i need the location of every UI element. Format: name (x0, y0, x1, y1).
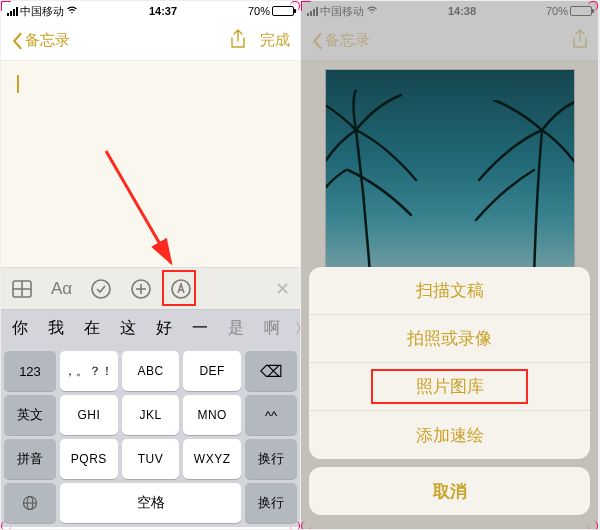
battery-percent: 70% (248, 5, 270, 17)
add-attachment-icon[interactable] (130, 278, 152, 300)
action-sheet: 扫描文稿 拍照或录像 照片图库 添加速绘 取消 (309, 267, 590, 523)
key-globe[interactable] (4, 483, 56, 523)
key-def[interactable]: DEF (183, 351, 241, 391)
key-wxyz[interactable]: WXYZ (183, 439, 241, 479)
key-123[interactable]: 123 (4, 351, 56, 391)
candidate[interactable]: 好 (151, 318, 177, 339)
key-ghi[interactable]: GHI (60, 395, 118, 435)
key-return-2[interactable]: 换行 (245, 483, 297, 523)
sheet-photo-library[interactable]: 照片图库 (309, 363, 590, 411)
format-toolbar: Aα ✕ (1, 267, 300, 309)
signal-icon (7, 7, 18, 16)
sheet-scan-documents[interactable]: 扫描文稿 (309, 267, 590, 315)
checklist-icon[interactable] (90, 278, 112, 300)
back-label: 备忘录 (25, 31, 70, 50)
candidate-bar[interactable]: 你 我 在 这 好 一 是 啊 〉 (1, 309, 300, 347)
key-return[interactable]: 换行 (245, 439, 297, 479)
close-keyboard-icon[interactable]: ✕ (275, 278, 290, 300)
wifi-icon (66, 5, 78, 17)
key-mno[interactable]: MNO (183, 395, 241, 435)
key-tuv[interactable]: TUV (122, 439, 180, 479)
done-button[interactable]: 完成 (260, 31, 290, 50)
svg-point-4 (92, 280, 110, 298)
share-button[interactable] (230, 29, 246, 52)
candidate[interactable]: 一 (187, 318, 213, 339)
key-backspace[interactable]: ⌫ (245, 351, 297, 391)
key-english[interactable]: 英文 (4, 395, 56, 435)
back-button[interactable]: 备忘录 (11, 31, 70, 50)
nav-bar: 备忘录 完成 (1, 21, 300, 61)
candidate[interactable]: 啊 (259, 318, 285, 339)
key-caret[interactable]: ^^ (245, 395, 297, 435)
clock: 14:37 (78, 5, 248, 17)
keyboard: 123 ，。？！ ABC DEF ⌫ 英文 GHI JKL MNO ^^ 拼音 … (1, 347, 300, 527)
candidate[interactable]: 你 (7, 318, 33, 339)
key-punct[interactable]: ，。？！ (60, 351, 118, 391)
candidate[interactable]: 这 (115, 318, 141, 339)
sheet-cancel[interactable]: 取消 (309, 467, 590, 515)
table-icon[interactable] (11, 278, 33, 300)
key-jkl[interactable]: JKL (122, 395, 180, 435)
status-bar: 中国移动 14:37 70% (1, 1, 300, 21)
annotation-highlight-box (371, 369, 528, 404)
sheet-add-sketch[interactable]: 添加速绘 (309, 411, 590, 459)
markup-icon[interactable] (170, 278, 192, 300)
note-editor[interactable] (1, 61, 300, 267)
key-space[interactable]: 空格 (60, 483, 241, 523)
sheet-take-photo-video[interactable]: 拍照或录像 (309, 315, 590, 363)
key-abc[interactable]: ABC (122, 351, 180, 391)
candidate[interactable]: 我 (43, 318, 69, 339)
candidate[interactable]: 在 (79, 318, 105, 339)
carrier-label: 中国移动 (20, 4, 64, 19)
text-cursor (17, 75, 19, 93)
key-pqrs[interactable]: PQRS (60, 439, 118, 479)
candidate[interactable]: 是 (223, 318, 249, 339)
text-format-button[interactable]: Aα (51, 279, 72, 299)
key-pinyin[interactable]: 拼音 (4, 439, 56, 479)
